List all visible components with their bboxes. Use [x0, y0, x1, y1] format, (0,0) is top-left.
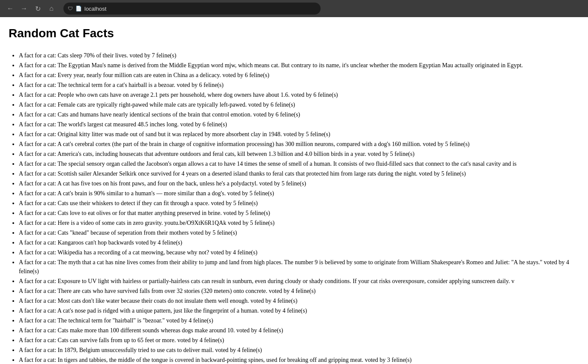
- list-item: A fact for a cat: Cats love to eat olive…: [19, 209, 579, 218]
- address-bar[interactable]: 🛡 📄 localhost: [63, 3, 321, 15]
- list-item: A fact for a cat: Here is a video of som…: [19, 218, 579, 227]
- list-item: A fact for a cat: The myth that a cat ha…: [19, 258, 579, 276]
- list-item: A fact for a cat: Cats "knead" because o…: [19, 228, 579, 237]
- list-item: A fact for a cat: Scottish sailer Alexan…: [19, 169, 579, 178]
- page-icon: 📄: [75, 6, 82, 12]
- list-item: A fact for a cat: The world's largest ca…: [19, 120, 579, 129]
- list-item: A fact for a cat: Kangaroos can't hop ba…: [19, 238, 579, 247]
- list-item: A fact for a cat: People who own cats ha…: [19, 90, 579, 99]
- page-title: Random Cat Facts: [9, 24, 579, 43]
- list-item: A fact for a cat: Female cats are typica…: [19, 100, 579, 109]
- reload-button[interactable]: ↻: [33, 3, 43, 14]
- back-button[interactable]: ←: [5, 3, 15, 14]
- facts-list: A fact for a cat: Cats sleep 70% of thei…: [9, 51, 579, 364]
- list-item: A fact for a cat: A cat has five toes on…: [19, 179, 579, 188]
- list-item: A fact for a cat: Cats use their whisker…: [19, 199, 579, 208]
- list-item: A fact for a cat: A cat's cerebral corte…: [19, 140, 579, 149]
- list-item: A fact for a cat: America's cats, includ…: [19, 149, 579, 158]
- list-item: A fact for a cat: The Egyptian Mau's nam…: [19, 61, 579, 70]
- list-item: A fact for a cat: A cat's brain is 90% s…: [19, 189, 579, 198]
- list-item: A fact for a cat: Wikipedia has a record…: [19, 248, 579, 257]
- list-item: A fact for a cat: Most cats don't like w…: [19, 296, 579, 305]
- list-item: A fact for a cat: Cats sleep 70% of thei…: [19, 51, 579, 60]
- list-item: A fact for a cat: There are cats who hav…: [19, 286, 579, 295]
- list-item: A fact for a cat: In 1879, Belgium unsuc…: [19, 346, 579, 355]
- list-item: A fact for a cat: Every year, nearly fou…: [19, 71, 579, 80]
- url-display: localhost: [84, 6, 106, 12]
- browser-toolbar: ← → ↻ ⌂ 🛡 📄 localhost: [0, 0, 588, 17]
- list-item: A fact for a cat: Cats make more than 10…: [19, 326, 579, 335]
- list-item: A fact for a cat: In tigers and tabbies,…: [19, 355, 579, 364]
- list-item: A fact for a cat: The technical term for…: [19, 316, 579, 325]
- list-item: A fact for a cat: A cat's nose pad is ri…: [19, 306, 579, 315]
- page-content: Random Cat Facts A fact for a cat: Cats …: [0, 17, 588, 364]
- list-item: A fact for a cat: Cats can survive falls…: [19, 336, 579, 345]
- list-item: A fact for a cat: The special sensory or…: [19, 159, 579, 168]
- forward-button[interactable]: →: [19, 3, 29, 14]
- list-item: A fact for a cat: Cats and humans have n…: [19, 110, 579, 119]
- list-item: A fact for a cat: The technical term for…: [19, 81, 579, 90]
- list-item: A fact for a cat: Exposure to UV light w…: [19, 277, 579, 286]
- shield-icon: 🛡: [68, 6, 73, 12]
- list-item: A fact for a cat: Original kitty litter …: [19, 130, 579, 139]
- home-button[interactable]: ⌂: [46, 3, 57, 14]
